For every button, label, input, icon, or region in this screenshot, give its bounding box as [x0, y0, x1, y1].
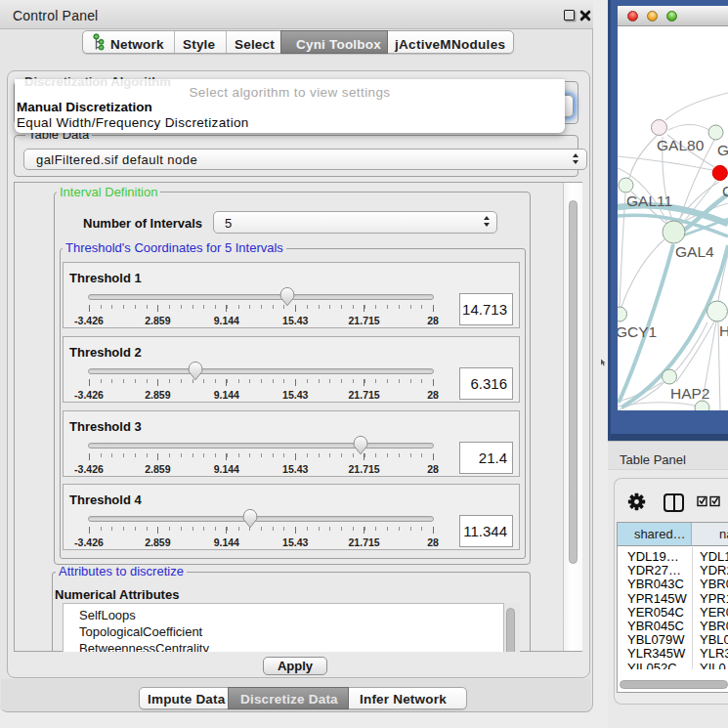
- svg-text:H: H: [719, 322, 728, 339]
- svg-text:GA: GA: [717, 142, 728, 158]
- svg-text:GAL4: GAL4: [675, 243, 714, 260]
- svg-text:GCY1: GCY1: [618, 323, 657, 340]
- svg-text:HAP2: HAP2: [670, 385, 710, 402]
- svg-text:GAL11: GAL11: [626, 193, 672, 209]
- svg-text:C: C: [722, 183, 728, 199]
- svg-text:GAL80: GAL80: [657, 137, 705, 153]
